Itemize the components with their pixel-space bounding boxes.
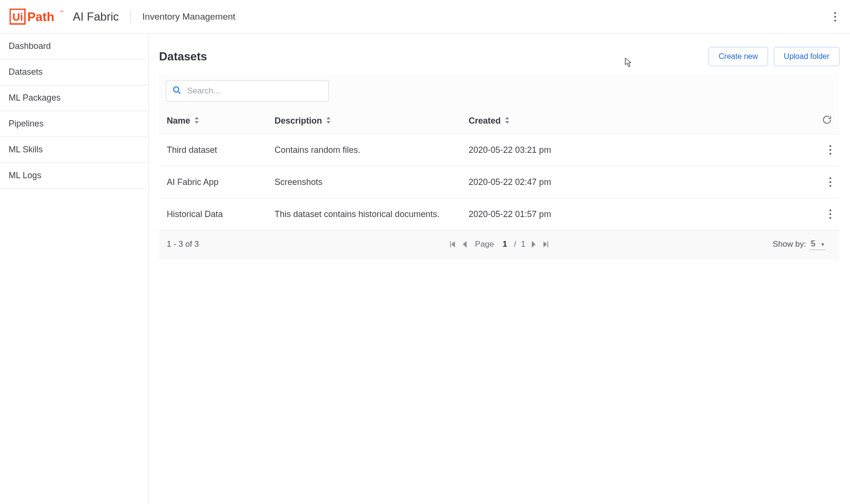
search-icon (172, 85, 182, 97)
column-label: Description (275, 116, 322, 126)
cell-name: Third dataset (167, 145, 217, 155)
cell-description: This dataset contains historical documen… (275, 209, 439, 219)
svg-point-23 (829, 217, 831, 219)
svg-rect-29 (548, 241, 549, 247)
column-label: Name (167, 116, 190, 126)
svg-line-8 (178, 92, 180, 93)
sidebar-item-ml-packages[interactable]: ML Packages (0, 85, 148, 111)
svg-point-17 (829, 153, 831, 155)
row-menu-button[interactable] (829, 145, 832, 155)
column-header-name[interactable]: Name (167, 116, 275, 126)
svg-point-22 (829, 213, 831, 215)
sidebar-item-ml-logs[interactable]: ML Logs (0, 163, 148, 189)
sort-icon (505, 116, 510, 126)
svg-point-19 (829, 181, 831, 183)
svg-point-4 (834, 12, 836, 14)
sidebar-item-ml-skills[interactable]: ML Skills (0, 137, 148, 163)
breadcrumb[interactable]: Inventory Management (142, 11, 235, 22)
first-page-button[interactable] (449, 240, 456, 249)
sidebar-item-label: ML Logs (9, 171, 41, 180)
table-row[interactable]: Third dataset Contains random files. 202… (159, 134, 839, 166)
page-slash: / (514, 240, 516, 249)
svg-text:™: ™ (60, 10, 64, 14)
svg-point-15 (829, 145, 831, 147)
svg-point-20 (829, 185, 831, 187)
pager: Page 1 / 1 (449, 240, 549, 249)
sort-icon (194, 116, 199, 126)
svg-marker-25 (451, 241, 455, 247)
svg-point-21 (829, 209, 831, 211)
refresh-button[interactable] (822, 115, 832, 127)
sidebar-item-label: ML Packages (9, 93, 60, 103)
sidebar-item-dashboard[interactable]: Dashboard (0, 34, 148, 59)
svg-point-5 (834, 16, 836, 18)
svg-marker-13 (505, 117, 509, 119)
sidebar-item-datasets[interactable]: Datasets (0, 59, 148, 85)
showby-label: Show by: (773, 240, 806, 249)
cell-created: 2020-05-22 03:21 pm (469, 145, 551, 155)
main-content: Datasets Create new Upload folder Name (149, 34, 850, 504)
svg-marker-27 (532, 241, 536, 248)
cell-name: AI Fabric App (167, 177, 218, 187)
svg-text:Path: Path (27, 10, 54, 24)
upload-folder-button[interactable]: Upload folder (774, 47, 839, 66)
sidebar-item-label: ML Skills (9, 145, 43, 154)
cell-created: 2020-05-22 01:57 pm (469, 209, 551, 219)
create-new-button[interactable]: Create new (709, 47, 768, 66)
svg-marker-26 (463, 241, 467, 248)
range-text: 1 - 3 of 3 (167, 240, 199, 249)
svg-marker-9 (195, 117, 199, 119)
column-header-description[interactable]: Description (275, 116, 469, 126)
showby-select[interactable]: 5 (809, 238, 826, 250)
cell-description: Contains random files. (275, 145, 360, 155)
table-footer: 1 - 3 of 3 Page 1 / 1 Show by: 5 (159, 230, 839, 260)
page-total: 1 (521, 240, 525, 249)
svg-text:Ui: Ui (12, 11, 23, 23)
brand-logo: Ui Path ™ AI Fabric (10, 9, 119, 25)
page-current: 1 (503, 240, 507, 249)
svg-marker-12 (327, 121, 331, 124)
column-header-created[interactable]: Created (469, 116, 627, 126)
search-input-wrapper[interactable] (166, 80, 329, 102)
sidebar: Dashboard Datasets ML Packages Pipelines… (0, 34, 149, 504)
cell-description: Screenshots (275, 177, 322, 187)
datasets-table: Name Description Created Third dataset C… (159, 74, 839, 260)
page-label: Page (475, 240, 494, 249)
sidebar-item-label: Datasets (9, 67, 43, 77)
svg-rect-24 (450, 241, 451, 247)
sidebar-item-pipelines[interactable]: Pipelines (0, 111, 148, 137)
page-title: Datasets (159, 50, 207, 63)
app-title: AI Fabric (73, 10, 119, 23)
svg-marker-28 (544, 241, 547, 247)
cell-created: 2020-05-22 02:47 pm (469, 177, 551, 187)
last-page-button[interactable] (542, 240, 550, 249)
prev-page-button[interactable] (461, 240, 468, 249)
svg-point-7 (173, 87, 179, 92)
search-input[interactable] (187, 86, 322, 96)
app-header: Ui Path ™ AI Fabric Inventory Management (0, 0, 850, 34)
row-menu-button[interactable] (829, 209, 832, 219)
sidebar-item-label: Dashboard (9, 41, 51, 51)
svg-point-18 (829, 177, 831, 179)
row-menu-button[interactable] (829, 177, 832, 187)
svg-marker-10 (195, 121, 199, 124)
svg-marker-11 (327, 117, 331, 119)
table-header: Name Description Created (159, 108, 839, 134)
header-menu-button[interactable] (830, 8, 840, 26)
svg-point-16 (829, 149, 831, 151)
table-row[interactable]: AI Fabric App Screenshots 2020-05-22 02:… (159, 166, 839, 198)
header-divider (130, 10, 131, 23)
sidebar-item-label: Pipelines (9, 119, 44, 128)
column-label: Created (469, 116, 501, 126)
cell-name: Historical Data (167, 209, 223, 219)
table-row[interactable]: Historical Data This dataset contains hi… (159, 198, 839, 230)
svg-point-6 (834, 20, 836, 22)
uipath-logo-icon: Ui Path ™ (10, 9, 67, 25)
sort-icon (326, 116, 331, 126)
svg-marker-14 (505, 121, 509, 124)
next-page-button[interactable] (530, 240, 538, 249)
